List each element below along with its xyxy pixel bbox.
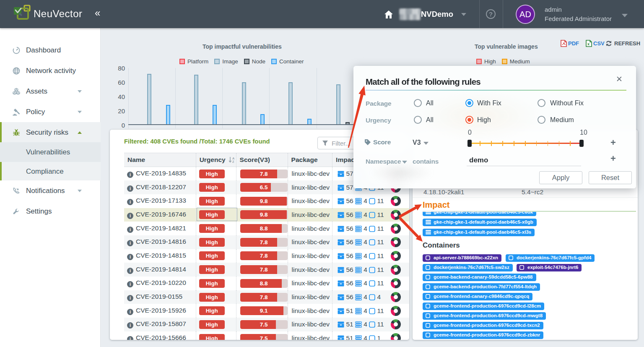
- svg-text:Z: Z: [232, 160, 234, 163]
- svg-text:x: x: [587, 42, 589, 46]
